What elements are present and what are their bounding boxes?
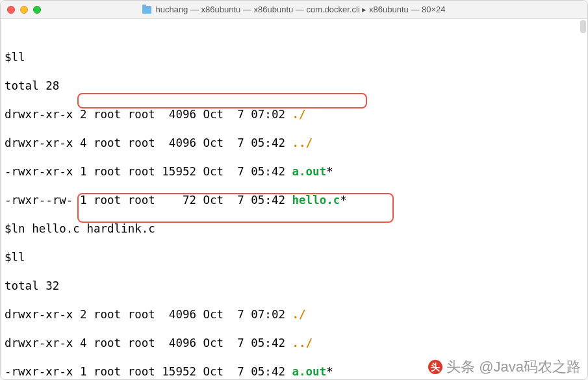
terminal-body[interactable]: $ll total 28 drwxr-xr-x 2 root root 4096…: [1, 19, 587, 379]
watermark: 头 头条 @Java码农之路: [428, 360, 581, 374]
output-line: drwxr-xr-x 2 root root 4096 Oct 7 07:02 …: [5, 107, 583, 121]
traffic-lights: [7, 6, 41, 14]
window-title: huchang — x86ubuntu — x86ubuntu — com.do…: [7, 5, 581, 14]
output-line: drwxr-xr-x 4 root root 4096 Oct 7 05:42 …: [5, 336, 583, 350]
title-text: huchang — x86ubuntu — x86ubuntu — com.do…: [155, 5, 445, 14]
minimize-icon[interactable]: [20, 6, 28, 14]
output-line: total 32: [5, 279, 583, 293]
cmd-line: $ln hello.c hardlink.c: [5, 222, 583, 236]
exec-name: a.out: [292, 165, 327, 178]
watermark-icon: 头: [428, 360, 442, 374]
scrollbar[interactable]: [580, 20, 586, 33]
output-line: total 28: [5, 79, 583, 93]
output-line: -rwxr-xr-x 1 root root 15952 Oct 7 05:42…: [5, 164, 583, 179]
watermark-text: 头条 @Java码农之路: [446, 360, 581, 374]
dir-name: ./: [292, 308, 306, 321]
titlebar[interactable]: huchang — x86ubuntu — x86ubuntu — com.do…: [1, 1, 587, 19]
dir-name: ../: [292, 136, 313, 149]
output-line: drwxr-xr-x 2 root root 4096 Oct 7 07:02 …: [5, 307, 583, 322]
exec-name: a.out: [292, 365, 327, 378]
output-line: -rwxr--rw- 1 root root 72 Oct 7 05:42 he…: [5, 193, 583, 207]
highlight-box-1: [77, 93, 367, 108]
dir-name: ./: [292, 108, 306, 121]
output-line: drwxr-xr-x 4 root root 4096 Oct 7 05:42 …: [5, 136, 583, 150]
folder-icon: [142, 6, 151, 14]
cmd-line: $ll: [5, 250, 583, 264]
cmd-line: $ll: [5, 50, 583, 64]
close-icon[interactable]: [7, 6, 15, 14]
terminal-window: huchang — x86ubuntu — x86ubuntu — com.do…: [0, 0, 588, 380]
maximize-icon[interactable]: [33, 6, 41, 14]
dir-name: ../: [292, 336, 313, 349]
exec-name: hello.c: [292, 194, 340, 207]
